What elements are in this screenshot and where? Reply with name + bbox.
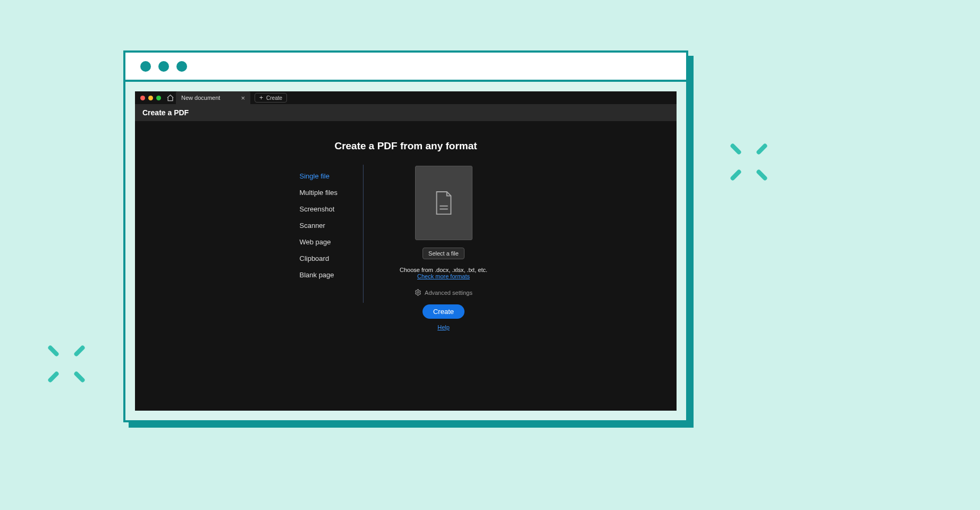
home-button[interactable]: [164, 94, 176, 102]
svg-line-7: [759, 172, 765, 178]
document-tab[interactable]: New document ×: [176, 91, 250, 104]
source-option-blank-page[interactable]: Blank page: [300, 267, 363, 283]
svg-line-6: [733, 172, 739, 178]
svg-line-1: [77, 348, 83, 354]
source-option-clipboard[interactable]: Clipboard: [300, 250, 363, 267]
window-controls: [138, 96, 164, 100]
titlebar-dot: [158, 61, 169, 72]
svg-line-0: [50, 348, 57, 354]
source-option-list: Single file Multiple files Screenshot Sc…: [300, 165, 364, 303]
source-option-screenshot[interactable]: Screenshot: [300, 201, 363, 217]
plus-icon: +: [259, 94, 263, 101]
svg-point-10: [417, 292, 419, 293]
close-tab-icon[interactable]: ×: [241, 94, 245, 102]
create-button[interactable]: Create: [423, 304, 464, 319]
source-option-multiple-files[interactable]: Multiple files: [300, 184, 363, 201]
titlebar-dot: [176, 61, 187, 72]
gear-icon: [415, 289, 421, 296]
app-body: Create a PDF from any format Single file…: [135, 121, 677, 410]
page-title: Create a PDF from any format: [135, 121, 677, 165]
close-window-button[interactable]: [140, 96, 145, 100]
document-icon: [433, 191, 454, 215]
file-dropzone[interactable]: [415, 166, 472, 240]
app-tabbar: New document × + Create: [135, 91, 677, 104]
minimize-window-button[interactable]: [148, 96, 153, 100]
decorative-sparkle: [730, 143, 767, 183]
source-option-single-file[interactable]: Single file: [300, 168, 363, 184]
file-drop-pane: Select a file Choose from .docx, .xlsx, …: [364, 165, 512, 330]
browser-titlebar: [125, 53, 686, 82]
page-subtitle: Create a PDF: [142, 108, 189, 117]
document-tab-label: New document: [181, 95, 220, 101]
advanced-settings-button[interactable]: Advanced settings: [415, 289, 472, 296]
create-tab-label: Create: [266, 95, 282, 101]
svg-line-3: [77, 374, 83, 380]
maximize-window-button[interactable]: [156, 96, 161, 100]
svg-line-2: [50, 374, 57, 380]
check-formats-link[interactable]: Check more formats: [417, 273, 470, 279]
select-file-button[interactable]: Select a file: [423, 248, 464, 259]
advanced-settings-label: Advanced settings: [425, 290, 472, 296]
help-link[interactable]: Help: [437, 324, 450, 330]
source-option-web-page[interactable]: Web page: [300, 234, 363, 250]
browser-content: New document × + Create Create a PDF Cre…: [125, 82, 686, 420]
decorative-sparkle: [48, 345, 85, 385]
svg-line-5: [759, 146, 765, 152]
create-pdf-panel: Single file Multiple files Screenshot Sc…: [135, 165, 677, 330]
format-hint-text: Choose from .docx, .xlsx, .txt, etc.: [400, 267, 487, 273]
create-tab-button[interactable]: + Create: [255, 93, 287, 103]
titlebar-dot: [140, 61, 151, 72]
app-window: New document × + Create Create a PDF Cre…: [135, 91, 677, 411]
svg-line-4: [733, 146, 739, 152]
browser-frame: New document × + Create Create a PDF Cre…: [123, 50, 688, 422]
source-option-scanner[interactable]: Scanner: [300, 217, 363, 234]
app-subheader: Create a PDF: [135, 104, 677, 121]
